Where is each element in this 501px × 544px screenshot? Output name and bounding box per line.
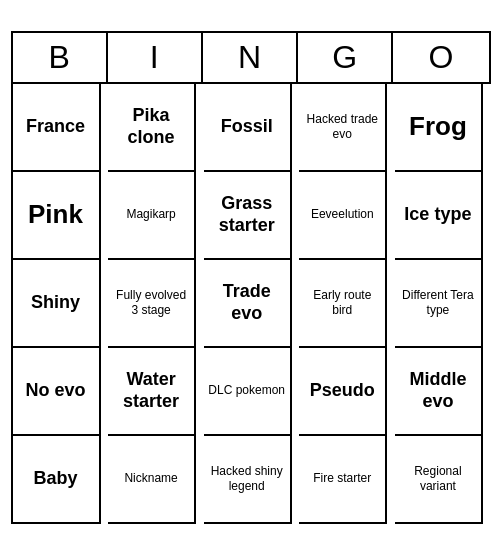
bingo-cell: Pink: [13, 172, 101, 260]
bingo-header-letter: B: [13, 33, 108, 82]
bingo-cell: Early route bird: [299, 260, 387, 348]
bingo-cell: Ice type: [395, 172, 483, 260]
bingo-cell: Different Tera type: [395, 260, 483, 348]
bingo-cell: Regional variant: [395, 436, 483, 524]
bingo-header-letter: N: [203, 33, 298, 82]
bingo-header: [11, 21, 491, 31]
bingo-header-letter: O: [393, 33, 488, 82]
bingo-header-letter: I: [108, 33, 203, 82]
bingo-cell: Hacked shiny legend: [204, 436, 292, 524]
bingo-cell: Fully evolved 3 stage: [108, 260, 196, 348]
bingo-cell: France: [13, 84, 101, 172]
bingo-cell: Shiny: [13, 260, 101, 348]
bingo-cell: Eeveelution: [299, 172, 387, 260]
bingo-cell: Fire starter: [299, 436, 387, 524]
bingo-cell: Baby: [13, 436, 101, 524]
bingo-cell: Fossil: [204, 84, 292, 172]
bingo-cell: Hacked trade evo: [299, 84, 387, 172]
bingo-cell: Trade evo: [204, 260, 292, 348]
bingo-cell: Magikarp: [108, 172, 196, 260]
bingo-cell: Grass starter: [204, 172, 292, 260]
bingo-cell: Pika clone: [108, 84, 196, 172]
bingo-cell: DLC pokemon: [204, 348, 292, 436]
bingo-cell: Frog: [395, 84, 483, 172]
bingo-cell: No evo: [13, 348, 101, 436]
bingo-header-letter: G: [298, 33, 393, 82]
bingo-cell: Nickname: [108, 436, 196, 524]
bingo-cell: Middle evo: [395, 348, 483, 436]
bingo-cell: Water starter: [108, 348, 196, 436]
bingo-cell: Pseudo: [299, 348, 387, 436]
